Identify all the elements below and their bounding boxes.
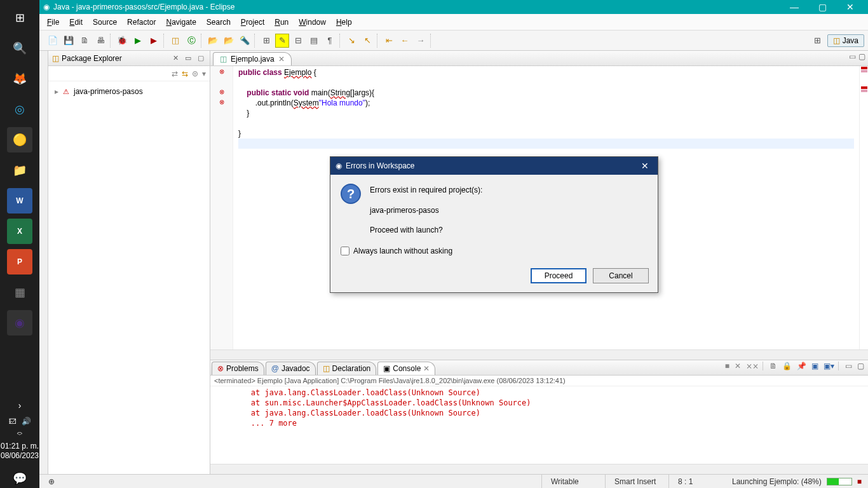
con-max-icon[interactable]: ▢ [856, 362, 865, 370]
pin-icon[interactable]: 📌 [796, 362, 808, 370]
console-hscroll[interactable] [210, 464, 868, 474]
chrome-icon[interactable]: 🟡 [7, 127, 32, 152]
clear-icon[interactable]: 🗎 [768, 362, 778, 370]
newclass-button[interactable]: Ⓒ [184, 34, 198, 48]
tab-problems[interactable]: ⊗Problems [212, 362, 264, 375]
expand-icon[interactable]: › [7, 398, 32, 413]
menu-edit[interactable]: Edit [64, 15, 88, 29]
edge-icon[interactable]: ◎ [7, 97, 32, 122]
menu-icon[interactable]: ▾ [202, 69, 206, 78]
editor-hscroll[interactable] [210, 349, 868, 360]
titlebar[interactable]: ◉ Java - java-primeros-pasos/src/Ejemplo… [39, 0, 868, 14]
eclipse-icon[interactable]: ◉ [7, 310, 32, 336]
debug-button[interactable]: 🐞 [115, 34, 129, 48]
last-edit-button[interactable]: ⇤ [382, 34, 396, 48]
display-icon[interactable]: ▣ [810, 362, 820, 370]
next-ann-button[interactable]: ↘ [344, 34, 358, 48]
view-min-icon[interactable]: ▭ [183, 54, 193, 62]
console-output[interactable]: at java.lang.ClassLoader.loadClass(Unkno… [210, 386, 868, 464]
progress-stop-icon[interactable]: ■ [857, 477, 862, 486]
print-button[interactable]: 🖶 [93, 34, 107, 48]
collapse-icon[interactable]: ⇄ [172, 69, 178, 78]
always-launch-checkbox[interactable] [341, 247, 349, 255]
menu-run[interactable]: Run [269, 15, 294, 29]
tab-declaration[interactable]: ◫Declaration [317, 362, 377, 375]
system-tray[interactable]: 🗠🔊 [9, 417, 31, 426]
saveall-button[interactable]: 🗎 [78, 34, 92, 48]
menu-file[interactable]: File [42, 15, 64, 29]
app-icon[interactable]: ▦ [7, 280, 32, 305]
expand-icon[interactable]: ▸ [55, 87, 58, 96]
view-close-icon[interactable]: ✕ [171, 54, 180, 62]
dialog-titlebar[interactable]: ◉ Errors in Workspace ✕ [330, 157, 658, 175]
back-button[interactable]: ← [398, 34, 412, 48]
dialog-close-button[interactable]: ✕ [637, 161, 653, 171]
wifi-icon[interactable]: ⌔ [17, 430, 22, 439]
maximize-button[interactable]: ▢ [808, 2, 836, 12]
lock-icon[interactable]: 🔒 [781, 362, 793, 370]
newpkg-button[interactable]: ◫ [168, 34, 182, 48]
overview-ruler[interactable] [859, 66, 868, 349]
menu-source[interactable]: Source [88, 15, 122, 29]
menu-project[interactable]: Project [236, 15, 269, 29]
close-button[interactable]: ✕ [836, 2, 864, 12]
menu-help[interactable]: Help [331, 15, 357, 29]
proceed-button[interactable]: Proceed [531, 268, 587, 283]
console-header: <terminated> Ejemplo [Java Application] … [210, 376, 868, 386]
ed-min-icon[interactable]: ▭ [849, 52, 856, 61]
project-item[interactable]: ▸ ⚠ java-primeros-pasos [55, 85, 203, 98]
notifications-icon[interactable]: 💬 [7, 469, 32, 488]
block-button[interactable]: ▤ [307, 34, 321, 48]
opentype-button[interactable]: 📂 [222, 34, 236, 48]
firefox-icon[interactable]: 🦊 [7, 66, 32, 92]
java-perspective-button[interactable]: ◫ Java [827, 34, 864, 47]
minimize-button[interactable]: — [780, 2, 808, 12]
search-button[interactable]: 🔦 [238, 34, 252, 48]
forward-button[interactable]: → [414, 34, 428, 48]
removeall-icon[interactable]: ⨯⨯ [745, 362, 760, 370]
prev-ann-button[interactable]: ↖ [360, 34, 374, 48]
cancel-button[interactable]: Cancel [593, 268, 649, 283]
explorer-icon[interactable]: 📁 [7, 158, 32, 183]
toggle1-button[interactable]: ⊞ [259, 34, 273, 48]
tab-close-icon[interactable]: ✕ [278, 55, 285, 64]
error-marker-icon[interactable]: ⊗ [210, 97, 233, 107]
filter-icon[interactable]: ⊜ [192, 69, 198, 78]
status-progress[interactable]: Launching Ejemplo: (48%) ■ [726, 477, 868, 486]
open-button[interactable]: 📂 [206, 34, 220, 48]
save-button[interactable]: 💾 [62, 34, 76, 48]
remove-icon[interactable]: ✕ [733, 362, 742, 370]
view-max-icon[interactable]: ▢ [196, 54, 206, 62]
menu-search[interactable]: Search [201, 15, 236, 29]
tab-console[interactable]: ▣Console✕ [377, 362, 435, 375]
excel-icon[interactable]: X [7, 219, 32, 244]
search-icon[interactable]: 🔍 [7, 36, 32, 61]
clock[interactable]: 01:21 p. m.08/06/2023 [1, 442, 39, 461]
word-icon[interactable]: W [7, 188, 32, 214]
run-button[interactable]: ▶ [131, 34, 145, 48]
tab-close-icon[interactable]: ✕ [423, 364, 430, 373]
new-button[interactable]: 📄 [46, 34, 60, 48]
status-icon[interactable]: ⊕ [39, 475, 57, 488]
error-marker-icon[interactable]: ⊗ [210, 66, 233, 76]
toggle2-button[interactable]: ⊟ [291, 34, 305, 48]
menu-navigate[interactable]: Navigate [161, 15, 201, 29]
open-console-icon[interactable]: ▣▾ [822, 362, 836, 370]
ed-max-icon[interactable]: ▢ [858, 52, 865, 61]
editor-tab[interactable]: ◫ Ejemplo.java ✕ [213, 52, 292, 65]
runlast-button[interactable]: ▶ [147, 34, 161, 48]
javadoc-icon: @ [271, 364, 279, 373]
mark-button[interactable]: ✎ [275, 34, 289, 48]
error-marker-icon[interactable]: ⊗ [210, 86, 233, 97]
wrap-button[interactable]: ¶ [323, 34, 337, 48]
link-icon[interactable]: ⇆ [182, 69, 188, 78]
tab-javadoc[interactable]: @Javadoc [266, 362, 316, 375]
menu-window[interactable]: Window [294, 15, 331, 29]
dialog-icon: ◉ [336, 161, 342, 170]
start-icon[interactable]: ⊞ [7, 5, 32, 30]
terminate-icon[interactable]: ■ [724, 362, 731, 370]
con-min-icon[interactable]: ▭ [844, 362, 853, 370]
menu-refactor[interactable]: Refactor [122, 15, 161, 29]
open-perspective-button[interactable]: ⊞ [811, 34, 825, 48]
powerpoint-icon[interactable]: P [7, 249, 32, 274]
